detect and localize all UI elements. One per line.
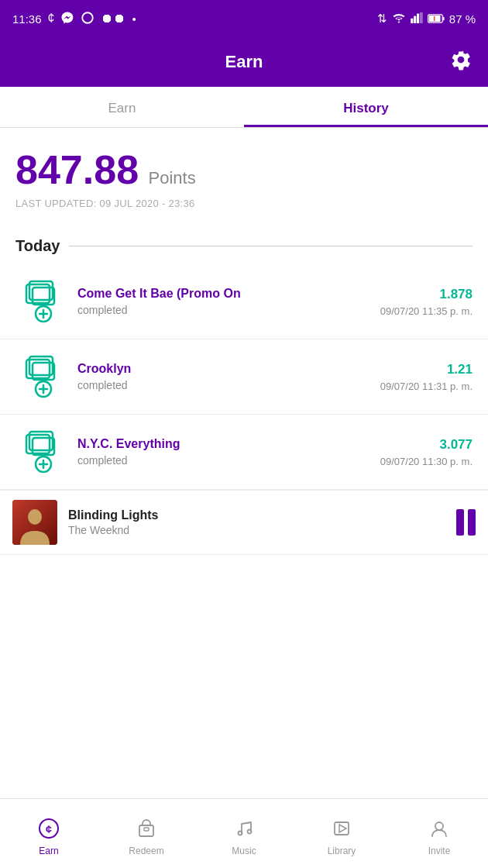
- points-label: Points: [149, 168, 196, 188]
- time-display: 11:36: [12, 12, 42, 26]
- svg-point-0: [83, 12, 94, 23]
- circle-icon: [81, 11, 95, 27]
- svg-rect-23: [33, 438, 54, 455]
- nav-label-earn: Earn: [39, 846, 58, 856]
- history-item-points: 3.077: [380, 437, 473, 453]
- nav-label-library: Library: [328, 846, 356, 856]
- points-display: 847.88 Points: [15, 146, 473, 193]
- history-item-date: 09/07/20 11:35 p. m.: [380, 305, 473, 317]
- tab-earn[interactable]: Earn: [0, 87, 244, 127]
- nav-item-earn[interactable]: ¢ Earn: [0, 799, 98, 868]
- wifi-icon: [392, 12, 406, 26]
- settings-icon[interactable]: [449, 48, 473, 77]
- history-item-content: Come Get It Bae (Promo On completed: [77, 287, 368, 316]
- dot-icon: •: [132, 12, 136, 26]
- history-item-right: 3.077 09/07/20 11:30 p. m.: [380, 437, 473, 467]
- app-title: Earn: [225, 52, 263, 72]
- svg-rect-11: [33, 288, 54, 305]
- svg-point-29: [28, 509, 42, 525]
- history-item-content: Crooklyn completed: [77, 362, 368, 391]
- history-item-date: 09/07/20 11:30 p. m.: [380, 456, 473, 467]
- svg-text:¢: ¢: [46, 823, 52, 835]
- svg-point-38: [435, 822, 443, 830]
- svg-rect-1: [411, 18, 413, 22]
- tab-history[interactable]: History: [244, 87, 488, 127]
- nav-item-library[interactable]: Library: [293, 799, 390, 868]
- svg-point-34: [239, 831, 242, 835]
- nav-label-redeem: Redeem: [129, 846, 163, 856]
- history-item-status: completed: [77, 379, 368, 391]
- svg-rect-17: [33, 363, 54, 380]
- now-playing-bar[interactable]: Blinding Lights The Weeknd: [0, 490, 488, 555]
- today-section-header: Today: [0, 222, 488, 264]
- cent-icon: ¢: [48, 12, 55, 26]
- svg-rect-7: [442, 16, 444, 20]
- arrow-icon: ⇅: [377, 12, 387, 26]
- voicemail-icon: ⏺⏺: [101, 12, 125, 26]
- history-item-status: completed: [77, 454, 368, 467]
- earn-icon: ¢: [38, 818, 60, 842]
- history-item-points: 1.21: [380, 362, 473, 377]
- history-item-content: N.Y.C. Everything completed: [77, 437, 368, 467]
- svg-point-35: [248, 829, 252, 833]
- history-item-points: 1.878: [380, 287, 473, 302]
- svg-rect-33: [144, 828, 149, 831]
- status-bar: 11:36 ¢ ⏺⏺ • ⇅ 87 %: [0, 0, 488, 37]
- svg-rect-4: [420, 12, 423, 23]
- playlist-add-icon: [15, 427, 65, 477]
- music-icon: [233, 818, 255, 842]
- last-updated: LAST UPDATED: 09 jul 2020 - 23:36: [15, 198, 473, 209]
- pause-bar-right: [468, 509, 476, 536]
- history-item-title: Come Get It Bae (Promo On: [77, 287, 368, 301]
- section-divider: [69, 246, 473, 246]
- now-playing-info: Blinding Lights The Weeknd: [68, 508, 445, 536]
- nav-label-music: Music: [232, 846, 256, 856]
- today-label: Today: [15, 237, 60, 255]
- history-item-status: completed: [77, 304, 368, 316]
- nav-item-invite[interactable]: Invite: [390, 799, 488, 868]
- tab-bar: Earn History: [0, 87, 488, 128]
- history-item-right: 1.878 09/07/20 11:35 p. m.: [380, 287, 473, 317]
- svg-rect-8: [434, 16, 435, 20]
- history-item: N.Y.C. Everything completed 3.077 09/07/…: [0, 415, 488, 490]
- playlist-add-icon: [15, 352, 65, 401]
- history-item-title: Crooklyn: [77, 362, 368, 376]
- history-item: Come Get It Bae (Promo On completed 1.87…: [0, 264, 488, 339]
- invite-icon: [428, 818, 450, 842]
- battery-percent: 87 %: [449, 12, 476, 26]
- nav-item-redeem[interactable]: Redeem: [98, 799, 195, 868]
- pause-bar-left: [456, 509, 464, 536]
- svg-rect-2: [414, 16, 416, 22]
- now-playing-title: Blinding Lights: [68, 508, 445, 522]
- now-playing-artist: The Weeknd: [68, 524, 445, 536]
- history-item-title: N.Y.C. Everything: [77, 437, 368, 451]
- pause-button[interactable]: [456, 509, 476, 536]
- status-time: 11:36 ¢ ⏺⏺ •: [12, 11, 136, 27]
- history-item-right: 1.21 09/07/20 11:31 p. m.: [380, 362, 473, 392]
- points-section: 847.88 Points LAST UPDATED: 09 jul 2020 …: [0, 128, 488, 222]
- svg-marker-37: [339, 825, 346, 832]
- nav-item-music[interactable]: Music: [195, 799, 293, 868]
- nav-label-invite: Invite: [428, 846, 451, 856]
- redeem-icon: [136, 818, 157, 842]
- points-value: 847.88: [15, 147, 139, 192]
- bottom-navigation: ¢ Earn Redeem Music: [0, 798, 488, 868]
- status-indicators: ⇅ 87 %: [377, 12, 476, 26]
- history-item: Crooklyn completed 1.21 09/07/20 11:31 p…: [0, 339, 488, 415]
- playlist-add-icon: [15, 277, 65, 326]
- messenger-icon: [60, 11, 74, 27]
- battery-icon: [428, 12, 445, 26]
- album-art: [12, 500, 57, 545]
- signal-icon: [411, 12, 423, 26]
- svg-rect-3: [417, 13, 419, 22]
- app-header: Earn: [0, 37, 488, 87]
- library-icon: [331, 818, 352, 842]
- history-item-date: 09/07/20 11:31 p. m.: [380, 381, 473, 392]
